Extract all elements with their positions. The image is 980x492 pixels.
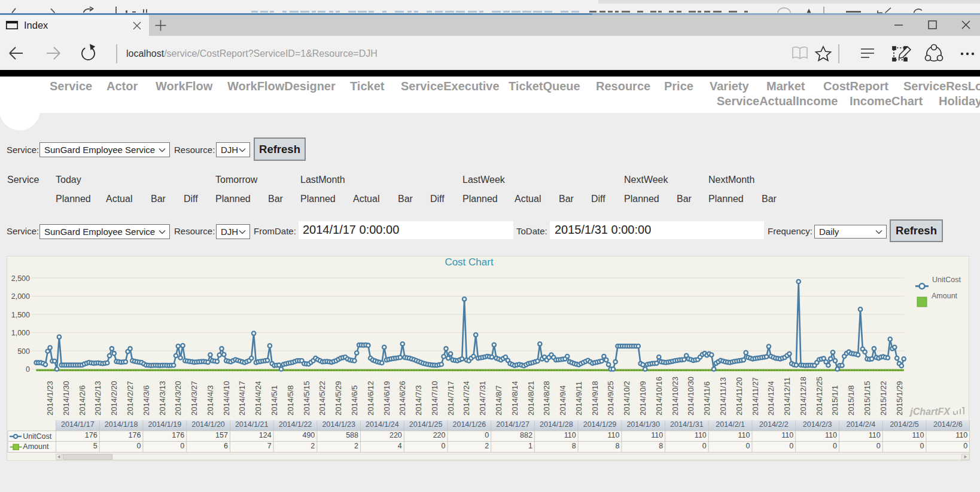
svg-text:2014/12/4: 2014/12/4 [766, 381, 775, 415]
svg-text:7: 7 [267, 442, 272, 450]
svg-text:2015/1/22: 2015/1/22 [879, 381, 888, 415]
svg-text:2,500: 2,500 [11, 274, 30, 283]
svg-text:110: 110 [738, 431, 750, 439]
svg-text:2014/6/5: 2014/6/5 [350, 385, 359, 415]
svg-text:2014/3/20: 2014/3/20 [174, 381, 182, 415]
svg-text:2014/1/26: 2014/1/26 [452, 420, 486, 429]
svg-text:0: 0 [746, 442, 750, 450]
svg-text:2014/5/15: 2014/5/15 [302, 381, 311, 415]
svg-text:UnitCost: UnitCost [23, 432, 51, 441]
svg-text:2014/1/24: 2014/1/24 [366, 420, 399, 429]
svg-text:2014/2/27: 2014/2/27 [126, 381, 135, 415]
svg-text:4: 4 [398, 442, 402, 450]
svg-text:2014/1/20: 2014/1/20 [191, 420, 225, 429]
svg-text:0: 0 [485, 431, 489, 439]
svg-text:220: 220 [433, 431, 446, 439]
svg-text:2014/11/6: 2014/11/6 [702, 381, 711, 415]
svg-text:2014/3/27: 2014/3/27 [190, 381, 199, 415]
svg-text:2014/11/13: 2014/11/13 [719, 377, 728, 415]
svg-text:2,000: 2,000 [11, 292, 30, 301]
svg-text:588: 588 [346, 431, 358, 439]
svg-text:2014/1/31: 2014/1/31 [670, 420, 704, 429]
svg-text:0: 0 [833, 442, 837, 450]
svg-text:2014/2/13: 2014/2/13 [93, 381, 102, 415]
svg-text:2014/1/21: 2014/1/21 [235, 420, 269, 429]
svg-text:2014/9/11: 2014/9/11 [574, 381, 583, 415]
svg-text:2014/2/20: 2014/2/20 [109, 381, 118, 415]
svg-text:8: 8 [572, 442, 576, 450]
svg-text:2014/12/25: 2014/12/25 [815, 377, 824, 415]
svg-text:2014/11/20: 2014/11/20 [735, 377, 744, 415]
svg-text:8: 8 [659, 442, 663, 450]
svg-text:2014/2/5: 2014/2/5 [890, 420, 919, 429]
svg-text:2014/6/26: 2014/6/26 [398, 381, 407, 415]
svg-text:2014/7/10: 2014/7/10 [430, 381, 439, 415]
svg-text:2014/1/30: 2014/1/30 [626, 420, 660, 429]
svg-text:0: 0 [180, 442, 184, 450]
svg-text:2015/1/8: 2015/1/8 [847, 385, 856, 415]
svg-text:2: 2 [485, 442, 489, 450]
svg-text:2014/5/22: 2014/5/22 [318, 381, 327, 415]
svg-text:1,000: 1,000 [11, 329, 30, 337]
svg-text:2014/1/27: 2014/1/27 [496, 420, 529, 429]
svg-text:0: 0 [702, 442, 707, 450]
svg-text:110: 110 [564, 431, 576, 439]
svg-text:1: 1 [528, 442, 532, 450]
svg-text:2014/6/19: 2014/6/19 [382, 381, 391, 415]
svg-text:2014/2/6: 2014/2/6 [933, 420, 963, 429]
svg-text:2015/1/1: 2015/1/1 [830, 385, 839, 415]
svg-text:2014/1/19: 2014/1/19 [148, 420, 181, 429]
svg-text:5: 5 [93, 442, 98, 450]
svg-text:110: 110 [695, 431, 707, 439]
svg-text:2014/8/7: 2014/8/7 [494, 385, 503, 415]
svg-text:2014/9/18: 2014/9/18 [591, 381, 599, 415]
svg-text:2014/2/1: 2014/2/1 [716, 420, 745, 429]
svg-text:2014/3/13: 2014/3/13 [158, 381, 167, 415]
svg-text:110: 110 [955, 431, 967, 439]
svg-text:6: 6 [224, 442, 228, 450]
svg-text:2014/6/12: 2014/6/12 [366, 381, 375, 415]
svg-text:0: 0 [136, 442, 141, 450]
svg-text:2014/12/18: 2014/12/18 [799, 377, 808, 415]
svg-text:2014/1/25: 2014/1/25 [409, 420, 443, 429]
svg-text:2014/5/29: 2014/5/29 [334, 381, 343, 415]
svg-text:jChartFX: jChartFX [909, 407, 951, 417]
svg-text:2014/4/10: 2014/4/10 [222, 381, 231, 415]
svg-text:2014/9/25: 2014/9/25 [606, 381, 615, 415]
svg-text:2014/1/23: 2014/1/23 [45, 381, 54, 415]
svg-text:2014/7/3: 2014/7/3 [414, 385, 423, 415]
svg-text:0: 0 [442, 442, 446, 450]
svg-text:2014/10/30: 2014/10/30 [686, 377, 695, 415]
svg-text:2014/1/28: 2014/1/28 [540, 420, 573, 429]
svg-text:2014/8/28: 2014/8/28 [542, 381, 551, 415]
svg-text:2014/10/9: 2014/10/9 [638, 381, 647, 415]
svg-text:124: 124 [259, 431, 272, 439]
svg-text:2014/1/29: 2014/1/29 [583, 420, 617, 429]
svg-text:2: 2 [354, 442, 358, 450]
svg-text:2014/7/31: 2014/7/31 [478, 381, 487, 415]
svg-text:2014/8/21: 2014/8/21 [526, 381, 535, 415]
svg-text:1,500: 1,500 [11, 311, 30, 319]
svg-text:2014/4/3: 2014/4/3 [206, 385, 215, 415]
svg-text:490: 490 [302, 431, 315, 439]
svg-text:2014/5/1: 2014/5/1 [270, 385, 279, 415]
svg-text:2014/5/8: 2014/5/8 [286, 385, 295, 415]
svg-text:2014/10/16: 2014/10/16 [655, 377, 664, 415]
svg-text:Amount: Amount [932, 292, 958, 300]
svg-text:2014/1/23: 2014/1/23 [322, 420, 355, 429]
svg-text:2014/1/22: 2014/1/22 [279, 420, 312, 429]
svg-text:2014/1/17: 2014/1/17 [61, 420, 95, 429]
svg-text:2014/2/3: 2014/2/3 [803, 420, 832, 429]
svg-text:110: 110 [781, 431, 793, 439]
svg-text:2014/4/24: 2014/4/24 [254, 381, 263, 415]
svg-text:157: 157 [215, 431, 228, 439]
svg-text:176: 176 [129, 431, 141, 439]
svg-text:2015/1/15: 2015/1/15 [863, 381, 872, 415]
svg-text:110: 110 [825, 431, 837, 439]
svg-text:2014/10/2: 2014/10/2 [622, 381, 631, 415]
svg-text:0: 0 [789, 442, 793, 450]
svg-text:2014/4/17: 2014/4/17 [238, 381, 246, 415]
svg-text:110: 110 [651, 431, 663, 439]
svg-text:110: 110 [912, 431, 924, 439]
svg-text:2014/3/6: 2014/3/6 [142, 385, 151, 415]
